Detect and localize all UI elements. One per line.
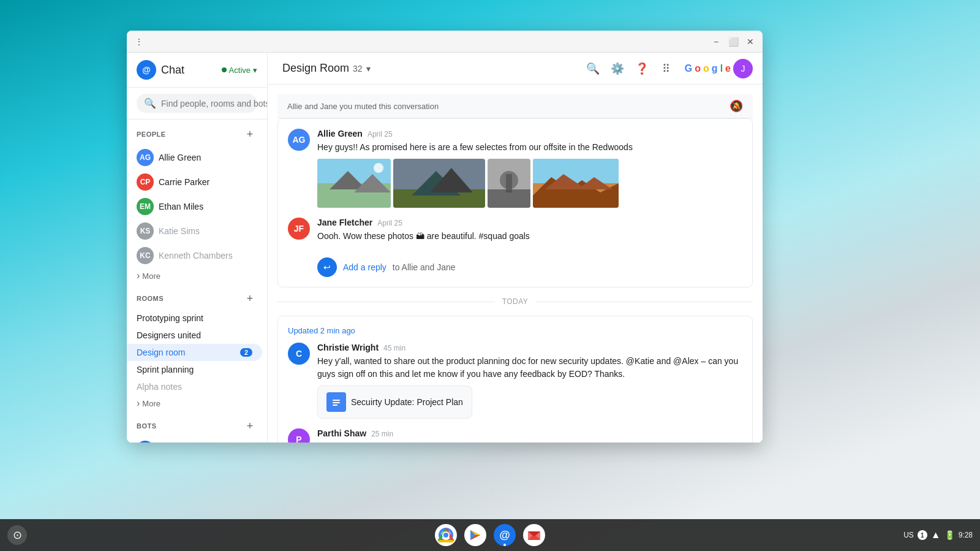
room-name: Sprint planning [137, 365, 194, 374]
show-more-people[interactable]: › More [127, 268, 267, 284]
status-chevron-icon: ▾ [253, 66, 257, 75]
message-avatar: JF [288, 218, 310, 240]
add-reply-link[interactable]: Add a reply [343, 262, 386, 272]
people-section-title: PEOPLE [137, 131, 166, 138]
maximize-button[interactable]: ⬜ [726, 34, 741, 49]
svg-rect-14 [506, 174, 512, 192]
people-item[interactable]: AG Allie Green [127, 145, 267, 170]
message-text: Hey guys!! As promised here is are a few… [317, 141, 742, 154]
message-sender: Jane Fletcher [317, 218, 372, 227]
people-item[interactable]: EM Ethan Miles [127, 194, 267, 219]
message-sender: Allie Green [317, 129, 363, 139]
wifi-icon: ▲ [931, 530, 941, 541]
add-bot-button[interactable]: + [243, 419, 257, 433]
image-thumbnail[interactable] [393, 159, 485, 208]
svg-point-26 [443, 533, 448, 538]
google-logo: Google [685, 63, 731, 74]
message-content: Allie Green April 25 Hey guys!! As promi… [317, 129, 742, 208]
main-chat-area: Design Room 32 ▾ 🔍 ⚙️ ❓ ⠿ Google J [268, 53, 763, 443]
search-input[interactable] [161, 99, 268, 108]
room-item[interactable]: Prototyping sprint [127, 310, 267, 327]
room-item-active[interactable]: Design room 2 [127, 344, 262, 361]
active-dot [445, 544, 447, 546]
region-label: US [903, 531, 914, 539]
status-label: Active [229, 66, 251, 75]
avatar: KS [137, 222, 154, 240]
people-item[interactable]: CP Carrie Parker [127, 170, 267, 194]
sidebar: @ Chat Active ▾ 🔍 PEOPLE + [127, 53, 268, 443]
file-icon [326, 392, 346, 412]
room-name: Alpha notes [137, 382, 182, 392]
message: C Christie Wright 45 min Hey y'all, want… [288, 343, 742, 419]
svg-rect-22 [333, 405, 337, 406]
reply-button[interactable]: ↩ [317, 257, 337, 277]
bot-item[interactable]: @ Chat [127, 437, 267, 443]
separator-line [277, 302, 495, 302]
show-more-rooms[interactable]: › More [127, 395, 267, 411]
room-item[interactable]: Sprint planning [127, 361, 267, 378]
message-time: April 25 [377, 219, 402, 227]
search-button[interactable]: 🔍 [582, 58, 604, 80]
active-dot [533, 544, 535, 546]
message-header: Christie Wright 45 min [317, 343, 742, 352]
settings-button[interactable]: ⚙️ [606, 58, 628, 80]
help-button[interactable]: ❓ [631, 58, 653, 80]
close-button[interactable]: ✕ [743, 34, 758, 49]
image-thumbnail[interactable] [488, 159, 530, 208]
message-text: Looks great. I added some small comments… [317, 441, 742, 443]
active-dot [474, 544, 477, 546]
room-name-button[interactable]: Design Room 32 ▾ [277, 59, 375, 77]
user-avatar[interactable]: J [733, 59, 753, 78]
status-dropdown[interactable]: Active ▾ [222, 66, 257, 75]
image-thumbnail[interactable] [317, 159, 391, 208]
member-count: 32 [353, 64, 363, 74]
message-avatar: AG [288, 129, 310, 151]
app-body: @ Chat Active ▾ 🔍 PEOPLE + [127, 53, 763, 443]
minimize-button[interactable]: − [709, 34, 723, 49]
room-name: Designers united [137, 330, 201, 340]
message-avatar: C [288, 343, 310, 365]
taskbar-center: @ [434, 523, 546, 547]
thread-card: AG Allie Green April 25 Hey guys!! As pr… [277, 118, 753, 287]
taskbar-icon-gmail[interactable] [522, 523, 546, 547]
room-item[interactable]: Designers united [127, 327, 267, 344]
dropdown-chevron-icon: ▾ [366, 64, 371, 74]
apps-button[interactable]: ⠿ [655, 58, 677, 80]
message-header: Allie Green April 25 [317, 129, 742, 139]
launcher-button[interactable] [7, 525, 27, 545]
mute-notice-text: Allie and Jane you muted this conversati… [287, 102, 439, 111]
today-thread-card: Updated 2 min ago C Christie Wright 45 m… [277, 316, 753, 443]
message-header: Parthi Shaw 25 min [317, 428, 742, 438]
file-attachment[interactable]: Secuirty Update: Project Plan [317, 386, 472, 419]
taskbar-icon-google-chat[interactable]: @ [492, 523, 517, 547]
message-content: Christie Wright 45 min Hey y'all, wanted… [317, 343, 742, 419]
person-name: Carrie Parker [159, 177, 209, 187]
people-section-header: PEOPLE + [127, 120, 267, 145]
message-time: April 25 [368, 130, 393, 139]
taskbar-icon-play-store[interactable] [463, 523, 488, 547]
search-box[interactable]: 🔍 [137, 94, 257, 113]
notification-badge: 1 [918, 530, 927, 540]
mute-icon[interactable]: 🔕 [729, 99, 743, 113]
chevron-down-icon: › [137, 398, 140, 409]
add-person-button[interactable]: + [243, 127, 257, 142]
title-bar: ⋮ − ⬜ ✕ [127, 31, 763, 53]
sidebar-app-name: Chat [161, 64, 184, 77]
status-dot [222, 67, 227, 72]
people-item[interactable]: KC Kenneth Chambers [127, 243, 267, 268]
title-bar-menu-button[interactable]: ⋮ [132, 34, 146, 49]
message-time: 25 min [371, 430, 393, 438]
message: JF Jane Fletcher April 25 Oooh. Wow thes… [288, 218, 742, 243]
more-label: More [142, 399, 160, 408]
taskbar: @ US 1 ▲ 🔋 9:28 [0, 519, 980, 551]
room-item[interactable]: Alpha notes [127, 378, 267, 395]
image-thumbnail[interactable] [533, 159, 619, 208]
chat-messages: Allie and Jane you muted this conversati… [268, 85, 763, 443]
message-avatar: P [288, 428, 310, 443]
message-text: Oooh. Wow these photos 🏔 are beautiful. … [317, 230, 742, 243]
clock: 9:28 [959, 531, 973, 539]
person-name: Katie Sims [159, 226, 200, 236]
people-item[interactable]: KS Katie Sims [127, 219, 267, 243]
add-room-button[interactable]: + [243, 291, 257, 306]
taskbar-icon-chrome[interactable] [434, 523, 458, 547]
